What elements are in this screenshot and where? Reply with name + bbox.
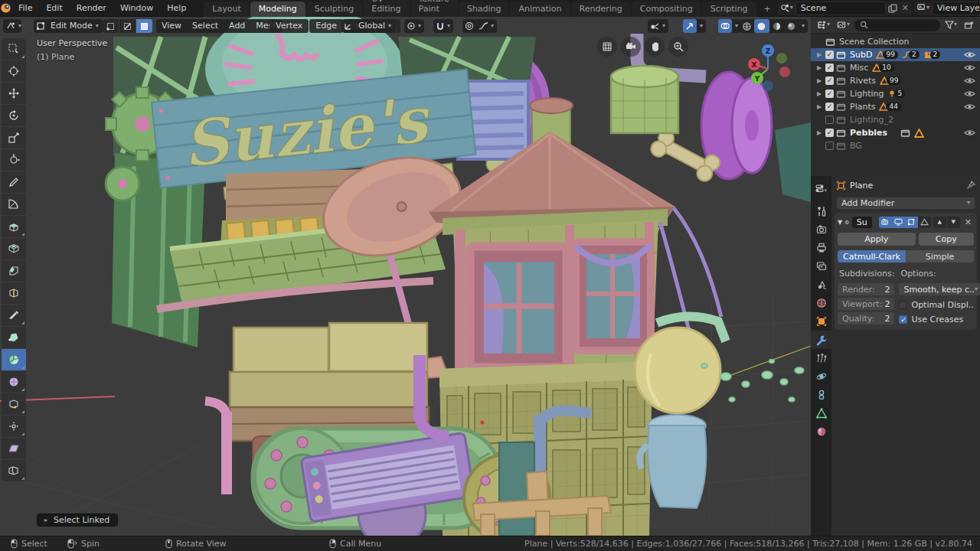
menu-select[interactable]: Select (187, 19, 224, 33)
collection-checkbox[interactable]: ✓ (825, 129, 834, 137)
disclosure-icon[interactable]: ▶ (815, 90, 823, 97)
material-shading-icon[interactable] (769, 19, 784, 33)
outliner-item-rivets[interactable]: ▶ ✓ Rivets 99 (811, 74, 980, 87)
viewport-3d[interactable]: Suzie's (0, 17, 811, 536)
collection-checkbox[interactable]: ✓ (825, 64, 834, 72)
tool-knife[interactable] (2, 305, 26, 326)
outliner-item-pebbles[interactable]: ▶ ✓ Pebbles (811, 126, 980, 139)
outliner-item-misc[interactable]: ▶ ✓ Misc 10 (811, 61, 980, 74)
menu-view[interactable]: View (156, 19, 187, 33)
operator-panel[interactable]: ▸ Select Linked (37, 514, 118, 527)
disclosure-icon[interactable]: ▶ (815, 51, 823, 58)
tool-cursor[interactable] (2, 60, 26, 82)
tab-shading[interactable]: Shading (459, 2, 510, 17)
menu-edge[interactable]: Edge (309, 19, 343, 33)
pivot-point[interactable]: ▾ (404, 19, 424, 33)
collection-checkbox[interactable]: ✓ (825, 51, 834, 59)
tab-modifiers[interactable] (811, 331, 831, 349)
tool-bevel[interactable] (2, 260, 26, 282)
rendered-shading-icon[interactable] (784, 19, 799, 33)
zoom-icon[interactable] (668, 37, 688, 57)
move-modifier-up-icon[interactable]: ▲ (933, 217, 946, 228)
new-scene-icon[interactable] (886, 2, 900, 15)
tab-scripting[interactable]: Scripting (702, 2, 756, 17)
eye-icon[interactable] (964, 90, 975, 98)
editmode-visibility-icon[interactable] (905, 217, 918, 228)
tab-object-data[interactable] (811, 404, 831, 422)
tab-material[interactable] (811, 422, 831, 441)
new-collection-icon[interactable] (962, 18, 976, 32)
uv-smooth-dropdown[interactable]: Smooth, keep c.. ▾ (899, 283, 980, 295)
editor-properties-icon[interactable]: ▾ (811, 179, 831, 197)
menu-help[interactable]: Help (160, 0, 193, 17)
tab-texture-paint[interactable]: Texture Paint (410, 0, 458, 17)
panel-disclosure-icon[interactable]: ▼ (838, 219, 842, 226)
tool-inset-faces[interactable] (2, 238, 26, 259)
vertex-select-button[interactable] (103, 19, 119, 33)
tab-uv-editing[interactable]: UV Editing (363, 0, 409, 17)
wireframe-shading-icon[interactable] (740, 19, 754, 33)
overlays-toggle[interactable]: ▾ (718, 19, 741, 33)
view-layer-icon[interactable]: ▾ (914, 2, 932, 15)
outliner-search-input[interactable] (854, 19, 940, 31)
tab-sculpting[interactable]: Sculpting (306, 2, 362, 17)
collection-checkbox[interactable] (825, 142, 834, 150)
axis-gizmo[interactable]: Z X Y (739, 38, 797, 96)
collection-checkbox[interactable]: ✓ (825, 90, 834, 98)
viewport-subdivisions-field[interactable]: Viewport: 2 (838, 298, 894, 310)
outliner-item-bg[interactable]: BG (811, 139, 980, 152)
menu-file[interactable]: File (11, 0, 39, 17)
tab-rendering[interactable]: Rendering (571, 2, 631, 17)
collection-checkbox[interactable]: ✓ (825, 77, 834, 85)
outliner-item-plants[interactable]: ▶ ✓ Plants 44 (811, 100, 980, 113)
optimal-display-checkbox[interactable]: Optimal Displ.. (899, 300, 980, 310)
solid-shading-icon[interactable] (754, 19, 769, 33)
display-mode-icon[interactable]: ▾ (835, 18, 852, 32)
edge-select-button[interactable] (119, 19, 136, 33)
copy-button[interactable]: Copy (919, 233, 975, 246)
scene-name-field[interactable]: Scene (795, 2, 886, 15)
outliner-item-subd[interactable]: ▶ ✓ SubD 99 2 2 (811, 48, 980, 61)
editor-type-selector[interactable]: ▾ (3, 19, 21, 33)
eye-icon[interactable] (964, 129, 975, 137)
realtime-visibility-icon[interactable] (892, 217, 905, 228)
snap-toggle[interactable]: ▾ (433, 19, 453, 33)
tab-output[interactable] (811, 239, 831, 257)
face-select-button[interactable] (136, 19, 152, 33)
quality-field[interactable]: Quality: 2 (838, 312, 894, 324)
menu-edit[interactable]: Edit (39, 0, 69, 17)
pin-icon[interactable] (966, 181, 975, 190)
tab-modeling[interactable]: Modeling (250, 2, 305, 17)
outliner-item-lighting-2[interactable]: Lighting_2 (811, 113, 980, 126)
modifier-name-field[interactable]: Su (852, 217, 872, 228)
tool-move[interactable] (2, 83, 26, 104)
unlink-scene-icon[interactable]: ✕ (900, 2, 911, 15)
mode-selector[interactable]: Edit Mode ▾ (34, 19, 103, 33)
tool-scale[interactable] (2, 127, 26, 148)
menu-render[interactable]: Render (70, 0, 113, 17)
add-workspace-button[interactable]: + (757, 2, 778, 17)
menu-vertex[interactable]: Vertex (270, 19, 309, 33)
move-modifier-down-icon[interactable]: ▼ (947, 217, 960, 228)
render-subdivisions-field[interactable]: Render: 2 (838, 283, 894, 295)
tool-select-box[interactable] (2, 38, 26, 60)
eye-icon[interactable] (964, 51, 975, 59)
tool-annotate[interactable] (2, 171, 26, 193)
tool-measure[interactable] (2, 194, 26, 215)
tab-object[interactable] (811, 312, 831, 331)
menu-window[interactable]: Window (113, 0, 160, 17)
tab-compositing[interactable]: Compositing (632, 2, 701, 17)
disclosure-icon[interactable]: ▶ (815, 129, 823, 136)
tab-layout[interactable]: Layout (204, 2, 249, 17)
tool-loop-cut[interactable] (2, 282, 26, 304)
tool-rotate[interactable] (2, 105, 26, 126)
tab-tool[interactable] (811, 202, 831, 220)
tab-physics[interactable] (811, 367, 831, 386)
menu-add[interactable]: Add (224, 19, 250, 33)
tab-world[interactable] (811, 294, 831, 312)
outliner-item-lighting[interactable]: ▶ ✓ Lighting 5 (811, 87, 980, 100)
eye-icon[interactable] (964, 64, 975, 72)
tool-shear[interactable] (2, 438, 26, 459)
grid-orthographic-icon[interactable] (597, 37, 617, 57)
render-visibility-icon[interactable] (879, 217, 892, 228)
